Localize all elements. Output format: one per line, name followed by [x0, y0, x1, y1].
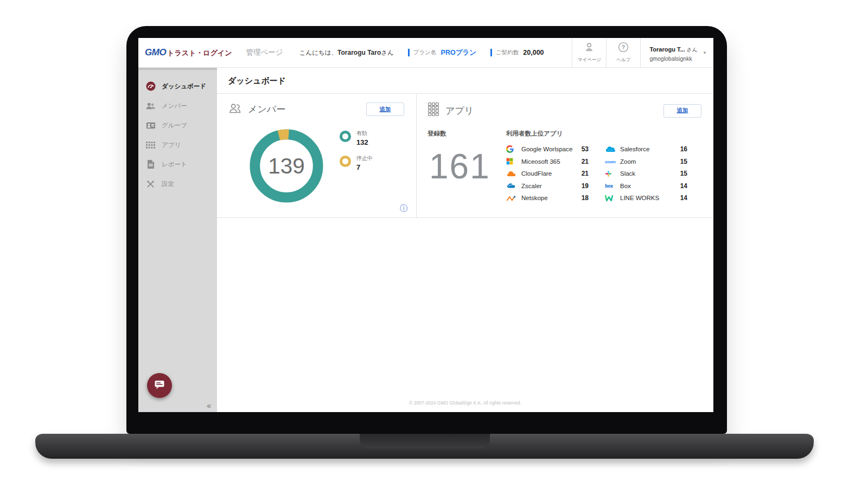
app-name: Salesforce — [620, 146, 649, 152]
contract-label: ご契約数 — [496, 49, 519, 56]
app-count: 53 — [582, 145, 589, 153]
greeting-name: Torarogu Taro — [337, 49, 381, 56]
sidebar: ダッシュボード メンバー グループ アプリ レポート — [138, 68, 217, 412]
apps-grid-icon — [145, 140, 156, 150]
top-apps-list: Google Worlspace 53 Miceosoft 365 21 — [506, 145, 687, 202]
help-label: ヘルプ — [616, 57, 630, 63]
app-name: LINE WORKS — [620, 195, 659, 201]
account-text: Torarogu T...さん gmoglobalsignkk — [649, 44, 698, 62]
plan-value: PROプラン — [441, 48, 476, 57]
greeting-text: こんにちは、Torarogu Taroさん — [299, 49, 394, 57]
top-apps-label: 利用者数上位アプリ — [506, 130, 563, 138]
logo-gmo-text: GMO — [145, 47, 166, 58]
legend-label: 有効 — [356, 130, 368, 137]
app-row-netskope: Netskope 18 — [506, 194, 589, 202]
microsoft-icon — [506, 158, 519, 165]
app-count: 14 — [680, 182, 687, 190]
legend-label: 停止中 — [356, 155, 373, 162]
app-count: 15 — [680, 158, 687, 165]
suspended-ring-icon — [340, 156, 351, 167]
help-button[interactable]: ? ヘルプ — [606, 38, 640, 67]
apps-card: アプリ 追加 登録数 161 利用者数上位アプリ Google Worlspac… — [417, 94, 713, 217]
legend-value: 132 — [356, 138, 368, 146]
app-name: Netskope — [521, 195, 548, 201]
plan-divider-bar — [408, 49, 410, 56]
info-icon[interactable]: ⓘ — [400, 204, 407, 214]
member-legend: 有効 132 停止中 7 — [340, 130, 373, 171]
contract-divider-bar — [490, 49, 492, 56]
sidebar-item-groups[interactable]: グループ — [138, 115, 217, 135]
apps-add-button[interactable]: 追加 — [663, 104, 701, 118]
app-row-box: box Box 14 — [605, 182, 687, 190]
app-name: Google Worlspace — [521, 146, 572, 152]
member-donut-chart: 139 — [249, 129, 324, 203]
account-honorific: さん — [687, 47, 698, 53]
app-row-microsoft: Miceosoft 365 21 — [506, 157, 589, 166]
legend-item-active: 有効 132 — [340, 130, 373, 146]
app-row-salesforce: Salesforce 16 — [605, 145, 687, 153]
contract-value: 20,000 — [523, 49, 544, 56]
laptop-base-notch — [360, 434, 490, 448]
sidebar-item-apps[interactable]: アプリ — [138, 135, 217, 155]
mypage-button[interactable]: マイページ — [572, 38, 606, 67]
sidebar-item-settings[interactable]: 設定 — [138, 174, 217, 194]
member-card: メンバー 追加 139 — [217, 94, 417, 217]
copyright-text: © 2007-2024 GMO GlobalSign K.K. All righ… — [217, 400, 713, 412]
dashboard-gauge-icon — [145, 81, 156, 91]
sidebar-item-dashboard[interactable]: ダッシュボード — [138, 76, 217, 96]
brand-logo[interactable]: GMO トラスト・ログイン — [145, 47, 232, 58]
app-name: Zscaler — [521, 183, 542, 189]
sidebar-label: 設定 — [162, 180, 174, 188]
app-name: Slack — [620, 170, 635, 177]
app-name: Miceosoft 365 — [521, 158, 560, 165]
sidebar-label: メンバー — [162, 102, 187, 110]
member-total-count: 139 — [268, 153, 304, 178]
sidebar-label: アプリ — [162, 141, 181, 149]
app-count: 18 — [582, 194, 589, 202]
app-row-zoom: zoom Zoom 15 — [605, 157, 687, 166]
account-menu[interactable]: Torarogu T...さん gmoglobalsignkk ▼ — [640, 38, 713, 67]
apps-card-header: アプリ 追加 — [427, 102, 701, 119]
laptop-base — [35, 434, 814, 459]
person-icon — [584, 42, 595, 55]
chat-bubble-icon — [154, 379, 165, 392]
cloudflare-icon — [506, 170, 519, 177]
admin-page-label: 管理ページ — [246, 48, 283, 57]
svg-text:?: ? — [622, 44, 625, 50]
account-id: gmoglobalsignkk — [649, 55, 698, 62]
mypage-label: マイページ — [578, 57, 601, 63]
app-name: Box — [620, 183, 631, 189]
slack-icon — [605, 170, 618, 177]
sidebar-item-members[interactable]: メンバー — [138, 96, 217, 115]
chat-fab-button[interactable] — [147, 373, 172, 398]
app-header: GMO トラスト・ログイン 管理ページ こんにちは、Torarogu Taroさ… — [138, 38, 713, 68]
box-icon: box — [605, 183, 618, 189]
page-title: ダッシュボード — [217, 68, 713, 94]
registered-count-label: 登録数 — [427, 130, 446, 138]
greeting-suffix: さん — [381, 49, 394, 56]
members-icon — [145, 101, 156, 111]
sidebar-collapse-icon[interactable]: « — [207, 401, 211, 410]
svg-text:zoom: zoom — [605, 159, 616, 164]
app-window: GMO トラスト・ログイン 管理ページ こんにちは、Torarogu Taroさ… — [138, 38, 713, 412]
member-add-button[interactable]: 追加 — [366, 102, 404, 116]
lineworks-icon — [605, 195, 618, 202]
apps-card-title: アプリ — [445, 105, 474, 117]
app-count: 19 — [582, 182, 589, 190]
app-count: 21 — [582, 158, 589, 165]
member-card-title: メンバー — [248, 103, 285, 115]
member-card-header: メンバー 追加 — [228, 102, 404, 116]
sidebar-label: ダッシュボード — [162, 82, 206, 91]
sidebar-item-report[interactable]: レポート — [138, 155, 217, 174]
zscaler-icon — [506, 182, 519, 189]
svg-text:box: box — [605, 183, 613, 189]
registered-count-value: 161 — [429, 149, 490, 184]
chevron-down-icon: ▼ — [703, 50, 707, 55]
contract-info: ご契約数 20,000 — [490, 49, 544, 56]
header-actions: マイページ ? ヘルプ Torarogu T...さん gmoglobalsig… — [572, 38, 713, 67]
app-row-cloudflare: CloudFlare 21 — [506, 169, 589, 178]
plan-label: プラン名 — [413, 49, 437, 56]
netskope-icon — [506, 195, 519, 202]
report-document-icon — [145, 159, 156, 169]
app-count: 16 — [680, 145, 687, 153]
